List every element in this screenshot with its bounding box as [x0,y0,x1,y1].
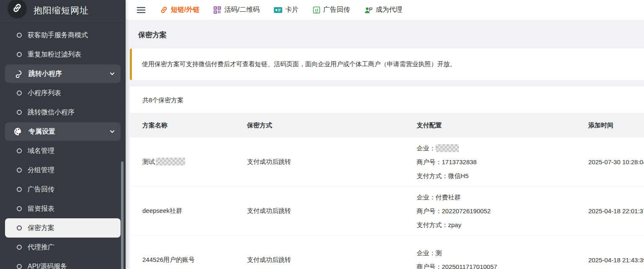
sidebar-item-label: 广告回传 [28,185,54,194]
sidebar-item-group-management[interactable]: 分组管理 [5,160,121,180]
sidebar-scrollbar[interactable] [121,161,124,269]
censor-mosaic [436,144,459,152]
secrecy-method: 支付成功后跳转 [247,207,417,215]
sidebar: 抱阳缩短网址 获客助手服务商模式 重复加粉过滤列表 跳转小程序 小程序列表 [0,0,126,269]
pay-method-line: 支付方式：微信H5 [417,169,588,183]
nav-label: 成为代理 [376,5,402,14]
chain-link-icon [12,3,22,15]
sidebar-item-label: 跳转微信小程序 [28,108,75,117]
sidebar-menu: 获客助手服务商模式 重复加粉过滤列表 跳转小程序 小程序列表 跳转微信小程序 [0,21,126,269]
sidebar-group-exclusive-settings[interactable]: 专属设置 [5,122,121,141]
plan-count: 共8个保密方案 [130,86,644,114]
plan-name: 244526用户的账号 [142,256,247,264]
sidebar-item-ad-callback[interactable]: 广告回传 [5,180,121,199]
merchant-line: 商户号：20220726190052 [417,204,588,218]
table-row[interactable]: 244526用户的账号 支付成功后跳转 企业：测 商户号：20250117170… [130,235,644,269]
sidebar-item-label: 获客助手服务商模式 [28,31,88,40]
agent-flag-icon [364,6,373,14]
chevron-down-icon [110,130,115,133]
hamburger-menu-icon[interactable] [137,6,146,14]
nav-item-live-code[interactable]: 活码/二维码 [214,5,259,14]
sidebar-item-label: 分组管理 [28,166,54,175]
plans-card: 共8个保密方案 方案名称 保密方式 支付配置 添加时间 测试 支付成功后跳转 企… [130,86,644,269]
sidebar-item-label: API/源码服务 [28,262,67,269]
sidebar-item-label: 专属设置 [28,127,55,136]
nav-item-short-link[interactable]: 短链/外链 [160,5,199,14]
nav-label: 广告回传 [323,5,350,14]
sidebar-item-label: 留资报表 [28,204,54,213]
circle-bullet-icon [17,91,22,96]
enterprise-line: 企业：付费社群 [417,190,588,204]
sidebar-item-label: 重复加粉过滤列表 [28,50,81,59]
nav-label: 卡片 [285,5,299,14]
pay-config: 企业：猴 商户号：1713732838 支付方式：微信H5 [417,141,588,183]
col-header-pay-config: 支付配置 [417,122,588,129]
nav-label: 短链/外链 [171,5,199,14]
circle-bullet-icon [17,245,22,250]
nav-item-ad-callback[interactable]: 广告回传 [313,5,350,14]
table-row[interactable]: deepseek社群 支付成功后跳转 企业：付费社群 商户号：202207261… [130,186,644,235]
ad-chart-icon [313,6,320,14]
censor-mosaic [156,158,185,166]
sidebar-item-label: 保密方案 [28,224,54,233]
enterprise-line: 企业：测 [417,246,588,260]
sidebar-item-secrecy-plan[interactable]: 保密方案 [5,218,121,238]
circle-bullet-icon [17,52,22,57]
sidebar-item-label: 小程序列表 [28,89,61,98]
table-header-row: 方案名称 保密方式 支付配置 添加时间 [130,114,644,137]
sidebar-item-duplicate-fan-filter[interactable]: 重复加粉过滤列表 [5,45,121,64]
logo [8,0,27,18]
circle-bullet-icon [17,148,22,153]
sidebar-item-label: 代理推广 [28,243,54,252]
sidebar-item-lead-report[interactable]: 留资报表 [5,199,121,218]
sidebar-group-jump-miniprogram[interactable]: 跳转小程序 [5,65,121,83]
merchant-line: 商户号：1713732838 [417,155,588,169]
circle-bullet-icon [17,264,22,269]
added-time: 2025-04-18 22:01:37 [588,207,644,215]
sidebar-item-customer-helper[interactable]: 获客助手服务商模式 [5,26,121,45]
nav-label: 活码/二维码 [224,5,259,14]
circle-bullet-icon [17,33,22,38]
sidebar-item-label: 域名管理 [28,147,54,155]
card-icon [274,7,282,13]
table-row[interactable]: 测试 支付成功后跳转 企业：猴 商户号：1713732838 支付方式：微信H5… [130,137,644,186]
sidebar-item-jump-wechat-miniprogram[interactable]: 跳转微信小程序 [5,103,121,122]
sidebar-item-label: 跳转小程序 [28,70,62,78]
top-navbar: 短链/外链 活码/二维码 [126,0,644,20]
pay-config: 企业：测 商户号：2025011717010057 [417,246,588,269]
enterprise-line: 企业：猴 [417,141,588,155]
merchant-line: 商户号：2025011717010057 [417,260,588,269]
page-title: 保密方案 [126,20,644,40]
circle-bullet-icon [17,225,22,230]
circle-bullet-icon [17,168,22,173]
added-time: 2025-04-18 21:43:39 [588,256,644,264]
pay-config: 企业：付费社群 商户号：20220726190052 支付方式：zpay [417,190,588,232]
alert-text: 使用保密方案可支持微信付费后才可查看短链、活码页面，面向企业用户或个体工商户（申… [142,60,456,67]
chevron-down-icon [110,72,115,75]
qrcode-icon [214,6,221,14]
secrecy-method: 支付成功后跳转 [247,256,417,264]
palette-icon [13,127,23,136]
info-alert: 使用保密方案可支持微信付费后才可查看短链、活码页面，面向企业用户或个体工商户（申… [130,49,644,80]
circle-bullet-icon [17,206,22,211]
pay-method-line: 支付方式：zpay [417,218,588,232]
sidebar-item-domain-management[interactable]: 域名管理 [5,141,121,160]
col-header-plan-name: 方案名称 [142,122,247,129]
sidebar-item-miniprogram-list[interactable]: 小程序列表 [5,83,121,103]
circle-bullet-icon [17,187,22,192]
nav-item-card[interactable]: 卡片 [274,5,299,14]
miniprogram-icon [13,69,23,78]
col-header-added-time: 添加时间 [588,122,644,129]
col-header-secrecy-method: 保密方式 [247,122,417,129]
link-icon [160,6,168,14]
plan-name: deepseek社群 [142,207,247,215]
plan-name: 测试 [142,158,247,166]
brand-title: 抱阳缩短网址 [33,5,89,16]
brand-header: 抱阳缩短网址 [0,0,126,21]
sidebar-item-api-source[interactable]: API/源码服务 [5,257,121,269]
added-time: 2025-07-30 10:28:04 [588,158,644,166]
sidebar-item-agent-promotion[interactable]: 代理推广 [5,238,121,257]
circle-bullet-icon [17,110,22,115]
main-content: 保密方案 使用保密方案可支持微信付费后才可查看短链、活码页面，面向企业用户或个体… [126,20,644,269]
nav-item-become-agent[interactable]: 成为代理 [364,5,402,14]
